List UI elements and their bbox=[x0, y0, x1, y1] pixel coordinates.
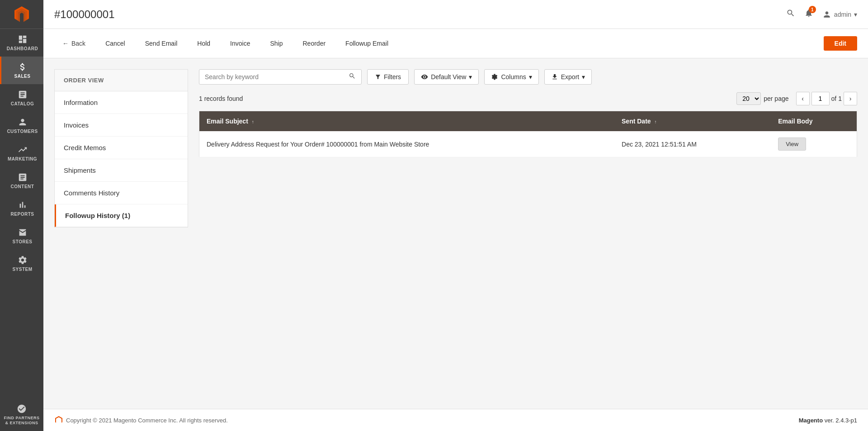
edit-button[interactable]: Edit bbox=[824, 36, 857, 51]
notification-badge: 1 bbox=[809, 6, 816, 13]
cell-email-subject: Delivery Address Request for Your Order#… bbox=[199, 131, 615, 157]
columns-dropdown-icon: ▾ bbox=[529, 73, 532, 81]
export-button[interactable]: Export ▾ bbox=[544, 69, 592, 85]
cell-sent-date: Dec 23, 2021 12:51:51 AM bbox=[614, 131, 771, 157]
followup-email-button[interactable]: Followup Email bbox=[337, 36, 396, 51]
system-icon bbox=[18, 255, 28, 265]
sidebar-item-label: Reports bbox=[11, 212, 34, 217]
partners-icon bbox=[17, 404, 27, 414]
catalog-icon bbox=[18, 90, 28, 99]
cancel-button[interactable]: Cancel bbox=[97, 36, 133, 51]
main-content: Filters Default View ▾ Columns ▾ bbox=[199, 69, 857, 398]
filter-icon bbox=[375, 74, 381, 80]
sales-icon bbox=[18, 62, 28, 72]
page-title: #100000001 bbox=[54, 8, 786, 21]
filters-button[interactable]: Filters bbox=[367, 69, 409, 85]
cell-action: View bbox=[771, 131, 857, 157]
current-page-input[interactable] bbox=[811, 92, 830, 105]
ship-button[interactable]: Ship bbox=[262, 36, 291, 51]
sidebar-item-label: Sales bbox=[14, 74, 31, 79]
total-pages: 1 bbox=[838, 95, 842, 102]
export-dropdown-icon: ▾ bbox=[582, 73, 585, 81]
sidebar-item-system[interactable]: System bbox=[0, 250, 43, 277]
content-area: #100000001 1 admin ▾ bbox=[43, 0, 868, 431]
footer-copyright: Copyright © 2021 Magento Commerce Inc. A… bbox=[66, 417, 228, 424]
prev-page-button[interactable]: ‹ bbox=[796, 92, 810, 105]
hold-button[interactable]: Hold bbox=[189, 36, 218, 51]
notification-bell[interactable]: 1 bbox=[804, 9, 813, 20]
send-email-button[interactable]: Send Email bbox=[137, 36, 186, 51]
reorder-button[interactable]: Reorder bbox=[295, 36, 334, 51]
per-page-label: per page bbox=[764, 95, 788, 102]
sidebar-item-content[interactable]: Content bbox=[0, 167, 43, 194]
sidebar-item-dashboard[interactable]: Dashboard bbox=[0, 29, 43, 57]
sidebar-item-reports[interactable]: Reports bbox=[0, 194, 43, 222]
view-dropdown-icon: ▾ bbox=[469, 73, 472, 81]
sidebar-item-sales[interactable]: Sales bbox=[0, 57, 43, 84]
sidebar-item-catalog[interactable]: Catalog bbox=[0, 84, 43, 112]
order-view-nav-header: ORDER VIEW bbox=[55, 70, 188, 91]
sidebar-item-label: Marketing bbox=[8, 156, 37, 161]
invoice-button[interactable]: Invoice bbox=[222, 36, 258, 51]
nav-item-credit-memos[interactable]: Credit Memos bbox=[55, 137, 188, 159]
nav-item-shipments[interactable]: Shipments bbox=[55, 159, 188, 182]
footer-logo: Copyright © 2021 Magento Commerce Inc. A… bbox=[54, 416, 228, 425]
header-search-icon[interactable] bbox=[786, 9, 795, 20]
search-input[interactable] bbox=[205, 73, 345, 81]
sidebar-item-label: Customers bbox=[7, 129, 38, 134]
action-toolbar: ← Back Cancel Send Email Hold Invoice Sh… bbox=[43, 29, 868, 58]
email-subject-sort-icon[interactable]: ↑ bbox=[252, 119, 254, 124]
sidebar-item-label: Content bbox=[11, 184, 34, 189]
records-bar: 1 records found 20 30 50 per page ‹ bbox=[199, 92, 857, 105]
default-view-button[interactable]: Default View ▾ bbox=[414, 69, 479, 85]
sidebar-item-label: System bbox=[12, 267, 32, 272]
records-count: 1 records found bbox=[199, 95, 729, 102]
pagination: ‹ of 1 › bbox=[796, 92, 857, 105]
grid-toolbar: Filters Default View ▾ Columns ▾ bbox=[199, 69, 857, 85]
sidebar: Dashboard Sales Catalog Customers Market… bbox=[0, 0, 43, 431]
sidebar-item-marketing[interactable]: Marketing bbox=[0, 139, 43, 167]
search-box-icon bbox=[349, 72, 356, 81]
admin-dropdown-icon: ▾ bbox=[854, 11, 857, 18]
export-icon bbox=[551, 73, 558, 81]
sidebar-item-stores[interactable]: Stores bbox=[0, 222, 43, 250]
admin-menu[interactable]: admin ▾ bbox=[822, 10, 857, 19]
col-sent-date: Sent Date ↑ bbox=[614, 111, 771, 132]
per-page-select[interactable]: 20 30 50 bbox=[736, 92, 761, 105]
magento-logo-icon bbox=[13, 5, 31, 24]
nav-item-followup-history[interactable]: Followup History (1) bbox=[55, 204, 188, 227]
sent-date-sort-icon[interactable]: ↑ bbox=[654, 119, 656, 124]
sidebar-item-partners[interactable]: Find Partners & Extensions bbox=[0, 398, 43, 431]
content-icon bbox=[18, 172, 28, 182]
sidebar-footer-label: Find Partners & Extensions bbox=[2, 416, 42, 426]
header-actions: 1 admin ▾ bbox=[786, 9, 857, 20]
sidebar-logo bbox=[0, 0, 43, 29]
columns-button[interactable]: Columns ▾ bbox=[484, 69, 538, 85]
nav-item-invoices[interactable]: Invoices bbox=[55, 114, 188, 137]
view-row-button[interactable]: View bbox=[778, 137, 806, 151]
customers-icon bbox=[18, 117, 28, 127]
sidebar-item-customers[interactable]: Customers bbox=[0, 112, 43, 139]
table-row: Delivery Address Request for Your Order#… bbox=[199, 131, 857, 157]
marketing-icon bbox=[18, 145, 28, 155]
next-page-button[interactable]: › bbox=[844, 92, 857, 105]
footer: Copyright © 2021 Magento Commerce Inc. A… bbox=[43, 409, 868, 431]
nav-item-comments-history[interactable]: Comments History bbox=[55, 182, 188, 204]
followup-history-table: Email Subject ↑ Sent Date ↑ Email Body bbox=[199, 111, 857, 157]
col-email-body: Email Body bbox=[771, 111, 857, 132]
eye-icon bbox=[421, 73, 428, 81]
back-button[interactable]: ← Back bbox=[54, 36, 94, 51]
admin-label: admin bbox=[834, 11, 851, 18]
nav-item-information[interactable]: Information bbox=[55, 91, 188, 114]
search-box[interactable] bbox=[199, 69, 362, 85]
page-body: ORDER VIEW Information Invoices Credit M… bbox=[43, 58, 868, 409]
col-email-subject: Email Subject ↑ bbox=[199, 111, 615, 132]
sidebar-item-label: Stores bbox=[13, 239, 33, 244]
sidebar-item-label: Dashboard bbox=[7, 46, 38, 51]
footer-version: Magento ver. 2.4.3-p1 bbox=[799, 417, 857, 424]
table-header-row: Email Subject ↑ Sent Date ↑ Email Body bbox=[199, 111, 857, 132]
top-header: #100000001 1 admin ▾ bbox=[43, 0, 868, 29]
footer-magento-icon bbox=[54, 416, 63, 425]
per-page-selector: 20 30 50 per page bbox=[736, 92, 788, 105]
dashboard-icon bbox=[18, 34, 28, 44]
